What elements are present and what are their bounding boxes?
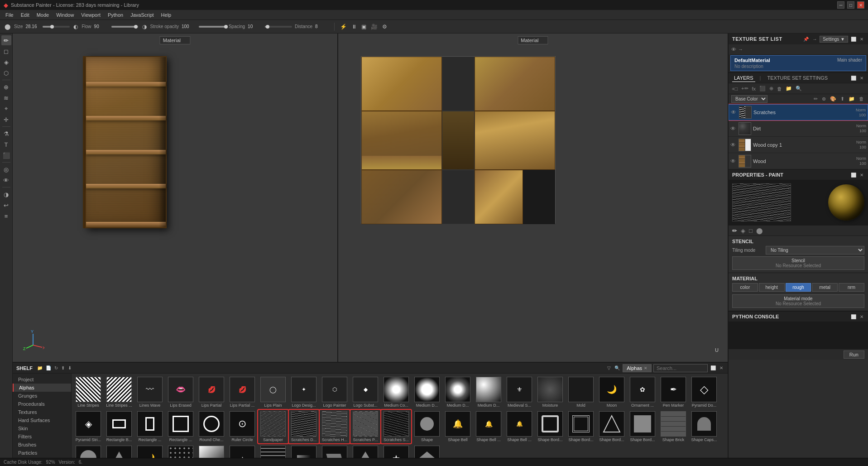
viewport-right-mode[interactable]: Material [518, 36, 548, 44]
menu-mode[interactable]: Mode [33, 11, 53, 19]
cat-textures[interactable]: Textures [13, 408, 71, 416]
add-mask-button[interactable]: ⬛ [758, 85, 767, 92]
cat-brushes[interactable]: Brushes [13, 441, 71, 449]
cat-procedurals[interactable]: Procedurals [13, 400, 71, 408]
cat-filters[interactable]: Filters [13, 432, 71, 441]
mat-height-button[interactable]: height [759, 283, 785, 292]
maximize-button[interactable]: □ [847, 1, 854, 9]
menu-help[interactable]: Help [158, 11, 175, 19]
shelf-item-med4[interactable]: Medium D... [474, 375, 504, 409]
prop-close-icon[interactable]: ✕ [859, 172, 864, 178]
mat-nrm-button[interactable]: nrm [839, 283, 864, 292]
shelf-item-logopainter[interactable]: ⬡ Logo Painter [320, 375, 350, 409]
python-console-content[interactable] [729, 322, 868, 349]
view-tool[interactable]: 👁 [1, 175, 11, 185]
cat-particles[interactable]: Particles [13, 449, 71, 457]
channel-folder-icon[interactable]: 📁 [847, 96, 856, 102]
shelf-item-lipserased[interactable]: 👄 Lips Erased [166, 375, 196, 409]
shelf-item-mold[interactable]: Mold [566, 375, 596, 409]
opacity-slider[interactable] [199, 26, 226, 28]
menu-edit[interactable]: Edit [17, 11, 33, 19]
close-button[interactable]: ✕ [857, 1, 864, 9]
layer-vis-wood[interactable]: 👁 [730, 158, 737, 164]
texture-set-settings-tab[interactable]: TEXTURE SET SETTINGS [765, 74, 830, 82]
shelf-search-input[interactable] [653, 364, 708, 372]
tsl-plus-icon[interactable]: → [738, 47, 743, 52]
layer-scratches[interactable]: 👁 Scratches Norm 100 [729, 104, 868, 120]
shelf-item-lineswave[interactable]: 〰 Lines Wave [135, 375, 165, 409]
shelf-item-lipspartial2[interactable]: 💋 Lips Partial ... [227, 375, 257, 409]
layer-vis-woodcopy[interactable]: 👁 [730, 142, 737, 148]
eraser-tool[interactable]: ◻ [1, 46, 11, 56]
shelf-folder-icon[interactable]: 📁 [36, 365, 43, 371]
layer-dirt[interactable]: 👁 Dirt Norm 100 [729, 120, 868, 137]
channel-delete-icon[interactable]: 🗑 [858, 96, 865, 102]
render-icon2[interactable]: 🎥 [370, 23, 379, 31]
shelf-item-med2[interactable]: Medium D... [412, 375, 442, 409]
duplicate-layer-button[interactable]: ⊕ [768, 85, 775, 92]
shelf-item-moisture[interactable]: Moisture [535, 375, 565, 409]
shelf-item-rect2[interactable]: Rectangle ... [135, 410, 165, 443]
viewport-right[interactable]: Material [338, 34, 728, 362]
select-tool[interactable]: ⌖ [1, 104, 11, 114]
menu-viewport[interactable]: Viewport [77, 11, 104, 19]
layers-close-icon[interactable]: ✕ [859, 75, 864, 82]
clone-tool[interactable]: ⊕ [1, 82, 11, 92]
shelf-item-shapebord3[interactable]: Shape Bord... [597, 410, 627, 443]
history-tool[interactable]: ↩ [1, 200, 11, 210]
prop-material-icon[interactable]: ◈ [741, 227, 745, 234]
menu-window[interactable]: Window [53, 11, 77, 19]
filter-tab-close[interactable]: ✕ [644, 366, 647, 370]
shelf-item-penmarker[interactable]: ✒ Pen Marker [658, 375, 688, 409]
layers-float-icon[interactable]: ⬜ [850, 75, 857, 82]
python-float-icon[interactable]: ⬜ [850, 313, 857, 320]
shelf-item-shapebord2[interactable]: Shape Bord... [566, 410, 596, 443]
cat-hard-surfaces[interactable]: Hard Surfaces [13, 416, 71, 424]
add-fx-button[interactable]: fx [751, 86, 758, 92]
shelf-import-icon[interactable]: ⬆ [60, 365, 66, 371]
layers-search-button[interactable]: 🔍 [794, 85, 803, 92]
shelf-close-icon[interactable]: ✕ [719, 365, 724, 371]
tsl-pin-icon[interactable]: 📌 [802, 36, 810, 43]
shelf-item-pyramid2[interactable]: ◈ Pyramid Stri... [73, 410, 103, 443]
shelf-item-scratch2[interactable]: Scratches H... [320, 410, 350, 443]
layer-vis-scratches[interactable]: 👁 [731, 109, 737, 115]
shelf-item-rect1[interactable]: Rectangle B... [104, 410, 134, 443]
channel-edit-icon[interactable]: ✏ [812, 96, 819, 102]
settings-icon[interactable]: ⚙ [381, 23, 388, 31]
python-run-button[interactable]: Run [844, 351, 864, 359]
flow-slider[interactable] [111, 26, 139, 28]
shelf-item-rect3[interactable]: Rectangle ... [166, 410, 196, 443]
pause-icon[interactable]: ⏸ [350, 23, 358, 31]
mat-rough-button[interactable]: rough [786, 283, 811, 292]
channel-paint-icon[interactable]: 🎨 [829, 96, 838, 102]
cat-project[interactable]: Project [13, 375, 71, 384]
prop-paint-icon[interactable]: ✏ [732, 227, 737, 234]
cat-skin[interactable]: Skin [13, 424, 71, 432]
menu-python[interactable]: Python [104, 11, 127, 19]
shelf-item-shapebrick[interactable]: Shape Brick [658, 410, 688, 443]
channel-upload-icon[interactable]: ⬆ [839, 96, 846, 102]
shelf-export-icon[interactable]: ⬇ [67, 365, 72, 371]
layer-vis-dirt[interactable]: 👁 [730, 125, 737, 132]
prop-bake-icon[interactable]: ⬤ [756, 227, 763, 234]
shelf-search-icon[interactable]: 🔍 [614, 365, 621, 371]
cat-grunges[interactable]: Grunges [13, 392, 71, 400]
shelf-item-logodesig[interactable]: ✦ Logo Desig... [289, 375, 319, 409]
dropper-tool[interactable]: ⚗ [1, 129, 11, 139]
shelf-item-shapebord4[interactable]: Shape Bord... [628, 410, 657, 443]
shelf-maximize-icon[interactable]: ⬜ [710, 365, 717, 371]
bake-tool[interactable]: ⬛ [1, 150, 11, 160]
size-slider[interactable] [43, 26, 70, 28]
shelf-item-ornament[interactable]: ✿ Ornament ... [628, 375, 657, 409]
shelf-item-scratch1[interactable]: Scratches D... [289, 410, 319, 443]
cat-alphas[interactable]: Alphas [13, 384, 71, 392]
fill-tool[interactable]: ⬡ [1, 68, 11, 78]
tiling-mode-select[interactable]: No Tiling [766, 246, 864, 255]
alphas-filter-tab[interactable]: Alphas ✕ [623, 364, 652, 372]
delete-layer-button[interactable]: 🗑 [776, 86, 783, 92]
symmetry-icon[interactable]: ⚡ [339, 23, 348, 31]
tsl-material-item[interactable]: Main shader DefaultMaterial No descripti… [730, 55, 866, 71]
shelf-refresh-icon[interactable]: ↻ [53, 365, 59, 371]
python-close-icon[interactable]: ✕ [859, 313, 864, 320]
